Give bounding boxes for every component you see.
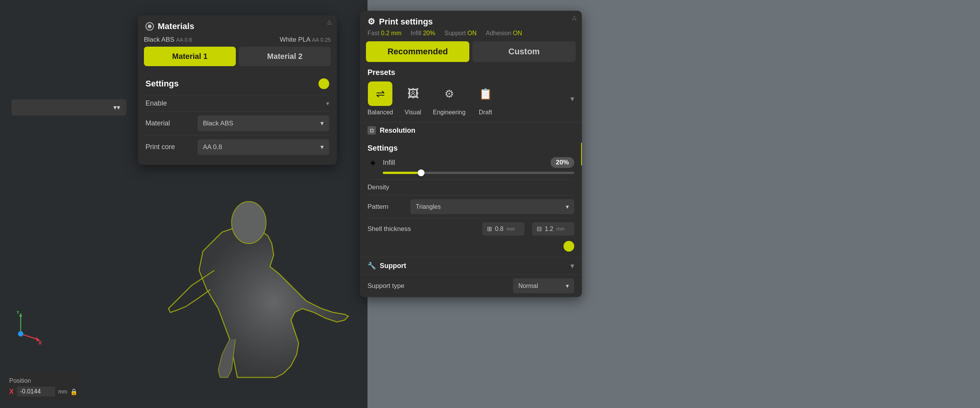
shell-value-2: 1.2	[545, 226, 553, 232]
infill-slider-track[interactable]	[383, 172, 574, 174]
support-type-dropdown[interactable]: Normal ▾	[513, 278, 574, 293]
material-1-tab[interactable]: Material 1	[144, 47, 236, 66]
preset-visual-label: Visual	[405, 109, 421, 116]
print-adhesion-label: Adhesion	[486, 30, 511, 37]
shell-label: Shell thickness	[368, 225, 478, 233]
print-settings-section-title: Settings	[368, 144, 574, 153]
resolution-header: ◻ Resolution	[368, 126, 574, 135]
settings-toggle[interactable]	[318, 78, 329, 89]
preset-draft-icon: 📋	[473, 81, 498, 106]
material-dropdown[interactable]: Black ABS ▾	[198, 115, 329, 131]
material-settings-row: Material Black ABS ▾	[145, 111, 329, 135]
print-drag-icon: △	[572, 14, 577, 20]
support-type-chevron: ▾	[566, 282, 569, 289]
resolution-section: ◻ Resolution	[360, 122, 582, 140]
material-info-row: Black ABS AA 0.8 White PLA AA 0.25	[138, 36, 337, 47]
enable-chevron: ▾	[326, 100, 329, 107]
preset-balanced-label: Balanced	[368, 109, 393, 116]
svg-point-7	[232, 202, 266, 244]
preset-balanced[interactable]: ⇌ Balanced	[368, 81, 393, 116]
pattern-dropdown[interactable]: Triangles ▾	[410, 199, 574, 214]
infill-row: ◈ Infill 20%	[368, 157, 574, 168]
material-1-spec: AA 0.8	[176, 37, 192, 43]
support-section: 🔧 Support ▾	[360, 257, 582, 274]
presets-dropdown-arrow[interactable]: ▾	[570, 94, 574, 103]
left-dropdown-chevron: ▾	[113, 103, 120, 112]
x-position-value: -0.0144	[17, 387, 55, 397]
infill-slider-fill	[383, 172, 421, 174]
material-settings-label: Material	[145, 119, 191, 127]
resolution-icon: ◻	[368, 126, 376, 135]
printcore-dropdown-value: AA 0.8	[203, 143, 222, 151]
scroll-indicator[interactable]	[581, 143, 582, 166]
printcore-settings-label: Print core	[145, 143, 191, 151]
engineering-icon-symbol: ⚙	[444, 88, 454, 100]
shell-input-1[interactable]: ⊞ 0.8 mm	[482, 222, 524, 236]
print-tab-buttons: Recommended Custom	[360, 41, 582, 68]
resolution-title: Resolution	[380, 127, 415, 135]
print-header: ⚙ Print settings	[360, 11, 582, 30]
density-label: Density	[368, 184, 406, 191]
lock-icon: 🔒	[70, 388, 78, 395]
preset-visual[interactable]: 🖼 Visual	[401, 81, 425, 116]
printcore-dropdown[interactable]: AA 0.8 ▾	[198, 139, 329, 155]
materials-settings-title: Settings	[145, 78, 329, 89]
draft-icon-symbol: 📋	[479, 88, 492, 100]
preset-visual-icon: 🖼	[401, 81, 425, 106]
drag-icon: △	[327, 19, 332, 25]
print-infill-val: 20%	[423, 30, 435, 37]
presets-section: Presets ⇌ Balanced 🖼 Visual ⚙	[360, 68, 582, 122]
materials-header: Materials	[138, 15, 337, 36]
infill-slider-thumb[interactable]	[418, 169, 425, 176]
shell-unit-1: mm	[506, 226, 515, 232]
shell-input-2[interactable]: ⊟ 1.2 mm	[532, 222, 574, 236]
left-panel-dropdown[interactable]: ▾	[11, 99, 126, 115]
infill-icon: ◈	[368, 157, 378, 168]
position-title: Position	[9, 377, 78, 384]
preset-engineering-icon: ⚙	[437, 81, 461, 106]
preset-draft[interactable]: 📋 Draft	[473, 81, 498, 116]
material-2-spec: AA 0.25	[312, 37, 331, 43]
print-settings-title: Print settings	[379, 17, 433, 27]
svg-text:Y: Y	[16, 311, 20, 315]
shell-toggle[interactable]	[564, 241, 574, 252]
infill-label: Infill	[383, 159, 546, 167]
material-2-info: White PLA AA 0.25	[237, 36, 331, 44]
shell-value-1: 0.8	[495, 226, 503, 232]
print-support-label: Support	[444, 30, 466, 37]
materials-radio-icon	[145, 22, 154, 31]
print-support: Support ON	[444, 30, 477, 37]
svg-point-6	[18, 331, 23, 336]
materials-drag-handle: △	[327, 18, 332, 25]
print-settings-panel: △ ⚙ Print settings Fast 0.2 mm Infill 20…	[360, 11, 582, 297]
enable-label: Enable	[145, 99, 326, 107]
support-type-row: Support type Normal ▾	[360, 274, 582, 297]
axis-indicator: Y X	[9, 311, 44, 347]
preset-engineering[interactable]: ⚙ Engineering	[433, 81, 466, 116]
infill-slider-container	[368, 172, 574, 174]
material-2-name: White PLA	[280, 36, 310, 43]
gear-icon: ⚙	[368, 17, 375, 27]
enable-row: Enable ▾	[145, 95, 329, 111]
visual-icon-symbol: 🖼	[407, 87, 419, 100]
material-dropdown-value: Black ABS	[203, 120, 233, 127]
print-adhesion-val: ON	[513, 30, 522, 37]
material-1-info: Black ABS AA 0.8	[144, 36, 237, 44]
preset-draft-label: Draft	[479, 109, 492, 116]
3d-model-silhouette	[161, 194, 375, 385]
print-drag-handle: △	[572, 14, 577, 21]
material-2-tab[interactable]: Material 2	[239, 47, 331, 66]
shell-icon-1: ⊞	[487, 225, 492, 232]
recommended-tab[interactable]: Recommended	[366, 41, 469, 62]
custom-tab[interactable]: Custom	[472, 41, 576, 62]
density-row: Density	[368, 179, 574, 195]
infill-value-badge: 20%	[550, 157, 574, 168]
x-axis-label: X	[9, 388, 14, 396]
printcore-dropdown-chevron: ▾	[320, 143, 324, 151]
print-speed-label: Fast	[368, 30, 379, 37]
materials-settings-section: Settings Enable ▾ Material Black ABS ▾ P…	[138, 72, 337, 165]
support-title: Support	[380, 262, 406, 270]
material-tab-buttons: Material 1 Material 2	[138, 47, 337, 72]
print-adhesion: Adhesion ON	[486, 30, 522, 37]
shell-unit-2: mm	[556, 226, 565, 232]
